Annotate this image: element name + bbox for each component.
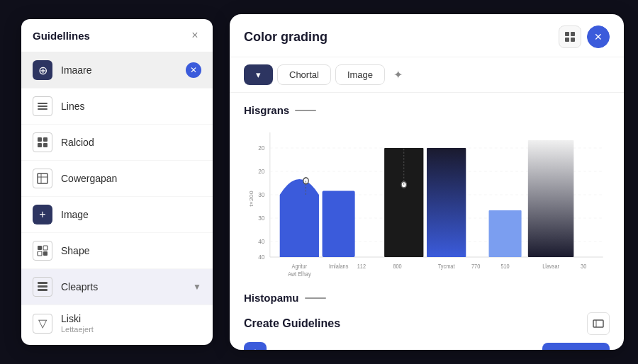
svg-rect-13 [43, 251, 47, 256]
liski-icon: ▽ [33, 314, 52, 334]
svg-rect-15 [38, 285, 47, 288]
svg-text:40: 40 [258, 254, 264, 261]
svg-text:Agritur: Agritur [291, 263, 307, 271]
sidebar-item-cleaprts[interactable]: Cleaprts ▼ [21, 269, 213, 305]
svg-rect-2 [38, 108, 47, 110]
svg-text:112: 112 [357, 263, 366, 271]
hisgrans-title: Hisgrans [244, 104, 289, 116]
svg-rect-10 [38, 246, 42, 250]
svg-rect-12 [38, 251, 42, 256]
sidebar-item-lines[interactable]: Lines [21, 89, 213, 125]
panel-header-actions: ✕ [559, 25, 610, 48]
svg-text:Imlalans: Imlalans [329, 263, 348, 271]
svg-text:Tycmat: Tycmat [438, 263, 455, 271]
svg-text:40: 40 [258, 238, 264, 246]
tab-active[interactable]: ▾ [244, 64, 273, 85]
main-panel: Color grading ✕ ▾ Chortal Image ✦ [230, 14, 624, 350]
svg-text:20: 20 [258, 144, 264, 152]
create-guidelines-title: Create Guidelines [244, 317, 340, 330]
tab-image[interactable]: Image [335, 64, 385, 85]
lines-label: Lines [61, 101, 84, 112]
svg-text:510: 510 [500, 263, 510, 271]
svg-rect-6 [43, 143, 47, 147]
shape-label: Shape [61, 245, 89, 256]
svg-text:800: 800 [393, 263, 402, 271]
imaare-icon: ⊕ [33, 60, 52, 80]
cowergapan-label: Cowergapan [61, 173, 117, 184]
sidebar-item-cowergapan[interactable]: Cowergapan [21, 161, 213, 197]
sidebar-close-icon[interactable]: × [189, 29, 201, 42]
svg-text:20: 20 [258, 168, 264, 176]
svg-rect-5 [38, 143, 42, 147]
add-button[interactable]: Anenp pad [542, 343, 610, 351]
svg-rect-3 [38, 137, 42, 142]
image-label: Image [61, 209, 89, 220]
imaare-badge: ✕ [186, 62, 201, 78]
tab-chortal[interactable]: Chortal [277, 64, 331, 85]
panel-settings-button[interactable] [559, 25, 581, 48]
histopamu-header: Histopamu [244, 292, 610, 304]
svg-rect-14 [38, 282, 47, 284]
sidebar-item-imaare[interactable]: ⊕ Imaare ✕ [21, 52, 213, 89]
sidebar-item-ralciod[interactable]: Ralciod [21, 125, 213, 161]
sidebar-item-image[interactable]: + Image [21, 197, 213, 233]
sidebar-item-liski[interactable]: ▽ Liski Lettaejert [21, 305, 213, 341]
shape-icon [33, 241, 52, 261]
sidebar-title: Guidellines [33, 30, 90, 42]
svg-rect-24 [565, 32, 569, 36]
imaare-label: Imaare [61, 64, 92, 76]
panel-close-button[interactable]: ✕ [587, 25, 610, 48]
cowergapan-icon [33, 169, 52, 188]
svg-rect-16 [38, 289, 47, 291]
svg-point-50 [401, 181, 406, 188]
svg-rect-0 [38, 103, 47, 104]
sidebar-item-shape[interactable]: Shape [21, 233, 213, 269]
svg-rect-4 [43, 137, 47, 142]
svg-rect-46 [323, 191, 355, 258]
panel-content: Hisgrans [230, 93, 624, 350]
svg-text:770: 770 [471, 263, 481, 271]
panel-header: Color grading ✕ [230, 14, 624, 57]
tabs-row: ▾ Chortal Image ✦ [230, 57, 624, 93]
hisgrans-chart: 20 20 30 30 40 40 t×200 Agritur Awt Elha… [244, 125, 610, 280]
bottom-icon-box[interactable] [244, 342, 267, 350]
image-icon: + [33, 205, 52, 224]
workspace: Guidellines × ⊕ Imaare ✕ Lines [0, 0, 638, 364]
lines-icon [33, 96, 52, 116]
cleaprts-arrow-icon: ▼ [193, 282, 201, 292]
sidebar-items-list: ⊕ Imaare ✕ Lines Ralciod [21, 52, 213, 341]
hisgrans-header: Hisgrans [244, 104, 610, 116]
sidebar: Guidellines × ⊕ Imaare ✕ Lines [21, 19, 213, 345]
ralciod-icon [33, 132, 52, 152]
liski-sublabel: Lettaejert [61, 325, 94, 334]
bottom-number: 7 [275, 348, 281, 350]
svg-text:30: 30 [258, 191, 264, 199]
tab-chortal-label: Chortal [289, 69, 319, 80]
cleaprts-label: Cleaprts [61, 281, 98, 292]
bottom-row: 7 Anenp pad [244, 342, 610, 350]
svg-rect-11 [43, 246, 47, 250]
chart-container: 20 20 30 30 40 40 t×200 Agritur Awt Elha… [244, 125, 610, 280]
svg-rect-27 [571, 38, 575, 42]
liski-text: Liski Lettaejert [61, 313, 94, 334]
svg-rect-26 [565, 38, 569, 42]
svg-rect-53 [427, 148, 466, 257]
svg-rect-58 [528, 140, 574, 257]
svg-text:Awt Elhay: Awt Elhay [288, 271, 311, 278]
svg-rect-1 [38, 106, 47, 107]
svg-text:Llavsar: Llavsar [542, 263, 559, 271]
svg-rect-61 [593, 320, 603, 327]
svg-rect-25 [571, 32, 575, 36]
create-guidelines-icon-button[interactable] [587, 312, 610, 335]
svg-text:30: 30 [581, 263, 587, 271]
histopamu-divider [305, 297, 326, 299]
tab-active-arrow: ▾ [256, 69, 261, 80]
panel-title: Color grading [244, 30, 328, 45]
histopamu-title: Histopamu [244, 292, 299, 304]
svg-rect-56 [489, 210, 522, 257]
ralciod-label: Ralciod [61, 137, 94, 148]
sidebar-header: Guidellines × [21, 19, 213, 52]
cleaprts-icon [33, 277, 52, 297]
tabs-settings-icon[interactable]: ✦ [393, 68, 403, 81]
svg-rect-7 [38, 174, 47, 183]
